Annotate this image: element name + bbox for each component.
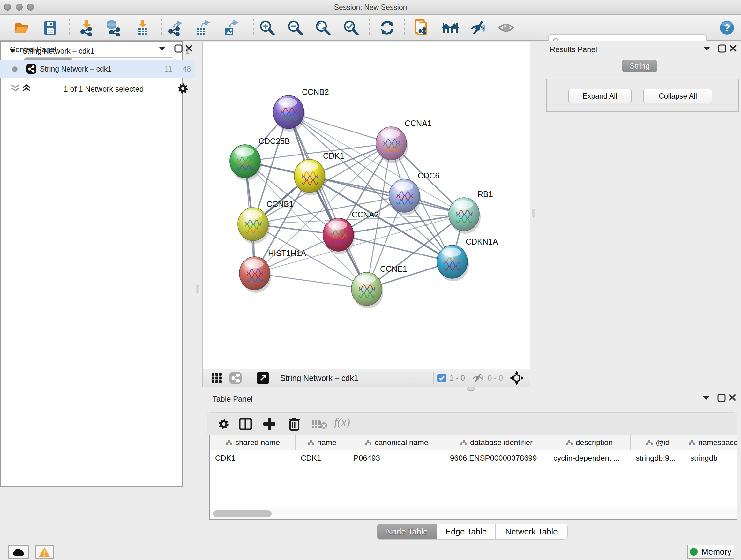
node-CCNB2[interactable]: CCNB2 — [273, 87, 329, 132]
open-session-button[interactable] — [12, 18, 31, 37]
table-options-gear-icon[interactable] — [217, 418, 230, 430]
zoom-selected-button[interactable] — [341, 18, 360, 37]
column-header-namespace[interactable]: namespace — [685, 435, 737, 449]
panel-float-icon[interactable] — [717, 393, 726, 402]
node-HIST1H1A[interactable]: HIST1H1A — [239, 249, 307, 293]
network-options-gear-icon[interactable] — [177, 83, 189, 94]
node-RB1[interactable]: RB1 — [449, 190, 493, 234]
selected-checkbox-icon[interactable] — [437, 373, 447, 383]
column-header-description[interactable]: description — [548, 435, 630, 449]
hidden-eye-icon[interactable] — [472, 373, 484, 383]
horizontal-scrollbar[interactable] — [210, 508, 737, 519]
tab-node-table[interactable]: Node Table — [377, 523, 437, 540]
left-splitter-handle[interactable] — [196, 285, 199, 293]
show-graphics-details-button[interactable] — [496, 18, 516, 37]
column-header-database-identifier[interactable]: database identifier — [445, 435, 548, 449]
node-CDKN1A[interactable]: CDKN1A — [437, 237, 498, 281]
cell--id[interactable]: stringdb:9... — [630, 451, 685, 465]
function-builder-icon[interactable]: f(x) — [334, 415, 350, 429]
node-table[interactable]: shared namenamecanonical namedatabase id… — [209, 435, 737, 520]
edge-HIST1H1A-CCNE1[interactable] — [255, 273, 367, 289]
export-table-button[interactable] — [193, 18, 212, 37]
show-columns-icon[interactable] — [239, 417, 253, 431]
memory-button[interactable]: Memory — [687, 545, 734, 559]
share-network-view-icon[interactable] — [229, 372, 242, 384]
column-header--id[interactable]: @id — [630, 435, 685, 449]
node-CDC25B[interactable]: CDC25B — [230, 137, 290, 181]
edge-CDK1-RB1[interactable] — [310, 176, 464, 214]
node-CCNA1[interactable]: CCNA1 — [376, 119, 432, 163]
cell-canonical-name[interactable]: P06493 — [348, 451, 445, 465]
scrollbar-thumb[interactable] — [213, 510, 272, 517]
panel-close-icon[interactable] — [729, 44, 737, 52]
zoom-in-button[interactable] — [258, 18, 277, 37]
tab-edge-table[interactable]: Edge Table — [437, 523, 495, 540]
grid-view-icon[interactable] — [211, 372, 222, 384]
save-session-button[interactable] — [40, 18, 59, 37]
panel-float-icon[interactable] — [718, 44, 727, 53]
expand-all-button[interactable]: Expand All — [568, 89, 631, 104]
cloud-icon — [12, 548, 25, 556]
zoom-fit-icon — [314, 19, 332, 37]
panel-collapse-icon[interactable] — [703, 47, 711, 51]
help-button[interactable]: ? — [718, 18, 737, 37]
zoom-fit-button[interactable] — [313, 18, 333, 37]
network-collection-row[interactable]: String Network – cdk1 1 — [0, 42, 195, 60]
right-splitter-handle[interactable] — [532, 209, 536, 217]
cell-namespace[interactable]: stringdb — [685, 451, 737, 465]
collapse-all-networks-icon[interactable] — [11, 84, 19, 92]
cell-shared-name[interactable]: CDK1 — [210, 451, 295, 465]
column-tree-icon — [646, 439, 653, 446]
hide-selected-button[interactable] — [469, 18, 488, 37]
edge-CCNB2-CCNE1[interactable] — [288, 112, 367, 289]
tab-network-table[interactable]: Network Table — [495, 523, 568, 540]
table-row[interactable]: CDK1CDK1P064939606.ENSP00000378699cyclin… — [210, 451, 737, 465]
column-header-shared-name[interactable]: shared name — [210, 435, 295, 449]
toolbar-separator — [369, 19, 369, 37]
import-table-from-file-button[interactable] — [133, 18, 152, 37]
node-CCNE1[interactable]: CCNE1 — [351, 264, 407, 308]
panel-collapse-icon[interactable] — [703, 396, 710, 400]
node-CCNB1[interactable]: CCNB1 — [238, 199, 293, 244]
collection-expand-icon[interactable] — [10, 49, 15, 53]
tab-string[interactable]: String — [622, 60, 657, 72]
add-column-icon[interactable] — [262, 417, 276, 431]
export-network-button[interactable] — [166, 18, 185, 37]
table-toolbar: f(x) — [207, 413, 737, 435]
node-CDC6[interactable]: CDC6 — [389, 171, 440, 215]
eye-slash-icon — [469, 19, 487, 36]
column-header-name[interactable]: name — [295, 435, 348, 449]
node-CDK1[interactable]: CDK1 — [294, 151, 344, 195]
delete-column-icon[interactable] — [287, 417, 301, 431]
cell-name[interactable]: CDK1 — [295, 451, 348, 465]
window-title: Session: New Session — [0, 3, 741, 12]
import-network-from-database-button[interactable] — [104, 18, 123, 37]
birdseye-navigator-icon[interactable] — [510, 371, 524, 385]
cell-database-identifier[interactable]: 9606.ENSP00000378699 — [445, 451, 548, 465]
node-label-CDKN1A: CDKN1A — [466, 237, 498, 246]
zoom-out-button[interactable] — [286, 18, 305, 37]
cell-description[interactable]: cyclin-dependent ... — [548, 451, 630, 465]
hidden-node-edge-counts: 0 - 0 — [488, 374, 503, 382]
open-in-new-window-icon[interactable] — [257, 372, 269, 384]
expand-all-networks-icon[interactable] — [22, 84, 30, 92]
cloud-button[interactable] — [8, 545, 29, 559]
column-header-canonical-name[interactable]: canonical name — [348, 435, 445, 449]
panel-close-icon[interactable] — [729, 394, 736, 401]
import-network-from-file-button[interactable] — [77, 18, 96, 37]
network-node-count: 11 — [165, 65, 172, 73]
network-graph[interactable]: CCNB2CCNA1CDC25BCDK1CDC6RB1CCNB1CCNA2CDK… — [203, 42, 531, 368]
new-network-from-selection-button[interactable] — [412, 18, 431, 37]
collapse-all-button[interactable]: Collapse All — [643, 89, 712, 104]
column-label: database identifier — [470, 438, 533, 447]
refresh-view-button[interactable] — [378, 18, 397, 37]
column-tree-icon — [365, 439, 372, 446]
network-view-canvas[interactable]: CCNB2CCNA1CDC25BCDK1CDC6RB1CCNB1CCNA2CDK… — [202, 42, 530, 369]
network-row-selected[interactable]: String Network – cdk1 11 48 — [0, 60, 195, 78]
toolbar-separator — [404, 19, 405, 37]
first-neighbors-button[interactable] — [441, 18, 460, 37]
export-image-button[interactable] — [221, 18, 241, 37]
delete-table-icon[interactable] — [311, 419, 328, 429]
warning-button[interactable] — [35, 545, 54, 559]
node-label-CDC6: CDC6 — [418, 171, 440, 180]
